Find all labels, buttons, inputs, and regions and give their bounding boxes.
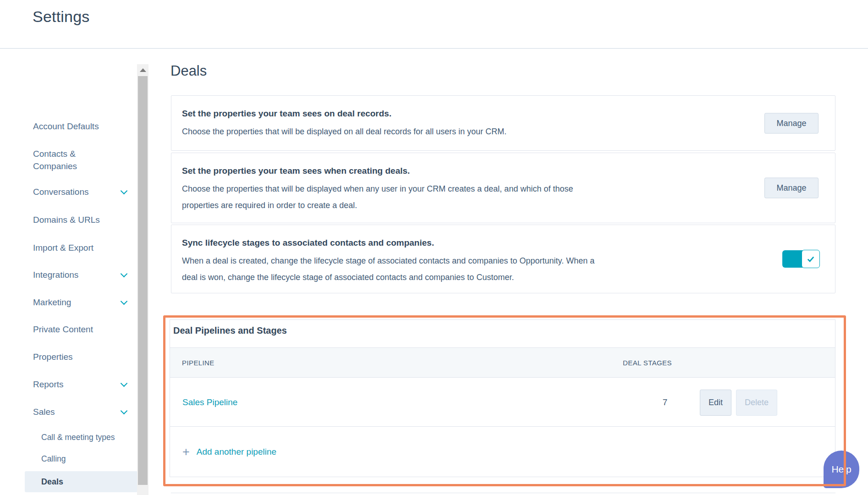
card-title: Set the properties your team sees on dea… bbox=[182, 108, 698, 119]
sidebar-item-calling[interactable]: Calling bbox=[0, 451, 137, 467]
toggle-knob bbox=[802, 250, 820, 268]
sidebar-item-label: Reports bbox=[33, 380, 64, 389]
sidebar-item-sales[interactable]: Sales bbox=[0, 403, 137, 421]
sidebar-item-integrations[interactable]: Integrations bbox=[0, 266, 137, 284]
sidebar-item-account-defaults[interactable]: Account Defaults bbox=[0, 117, 137, 136]
chevron-down-icon bbox=[121, 270, 128, 278]
sidebar-item-properties[interactable]: Properties bbox=[0, 348, 137, 366]
sidebar-item-private-content[interactable]: Private Content bbox=[0, 320, 137, 339]
sidebar-item-label: Integrations bbox=[33, 270, 78, 280]
deal-pipelines-card: Deal Pipelines and Stages PIPELINE DEAL … bbox=[170, 319, 835, 477]
card-description: Choose the properties that will be displ… bbox=[182, 123, 698, 140]
scrollbar-up-arrow-icon[interactable] bbox=[140, 68, 146, 72]
sidebar-item-contacts-companies[interactable]: Contacts & Companies bbox=[0, 148, 137, 172]
column-header-pipeline: PIPELINE bbox=[182, 348, 214, 378]
sidebar-item-import-export[interactable]: Import & Export bbox=[0, 239, 137, 257]
chevron-down-icon bbox=[121, 407, 128, 415]
chevron-down-icon bbox=[121, 187, 128, 195]
page-title: Settings bbox=[33, 8, 89, 26]
page-header: Settings bbox=[0, 0, 868, 49]
section-title-deals: Deals bbox=[170, 63, 207, 79]
sidebar-item-call-meeting-types[interactable]: Call & meeting types bbox=[0, 429, 137, 446]
add-another-pipeline-link[interactable]: + Add another pipeline bbox=[182, 427, 276, 477]
manage-deal-record-properties-button[interactable]: Manage bbox=[764, 113, 819, 133]
sidebar-item-deals[interactable]: Deals bbox=[25, 471, 137, 492]
add-link-label: Add another pipeline bbox=[197, 447, 276, 457]
sync-lifecycle-toggle[interactable] bbox=[782, 250, 819, 268]
deal-record-properties-card: Set the properties your team sees on dea… bbox=[171, 95, 835, 151]
card-title: Sync lifecycle stages to associated cont… bbox=[182, 237, 698, 248]
help-button-label: Help bbox=[831, 464, 851, 475]
deal-stages-count: 7 bbox=[656, 378, 674, 427]
pipelines-heading: Deal Pipelines and Stages bbox=[173, 325, 287, 336]
sidebar-item-marketing[interactable]: Marketing bbox=[0, 293, 137, 312]
pipeline-table-row: Sales Pipeline 7 Edit Delete bbox=[170, 378, 835, 427]
chevron-down-icon bbox=[121, 380, 128, 387]
scrollbar-thumb[interactable] bbox=[138, 76, 148, 485]
column-header-deal-stages: DEAL STAGES bbox=[623, 348, 672, 378]
sync-lifecycle-stages-card: Sync lifecycle stages to associated cont… bbox=[171, 225, 835, 293]
sidebar-item-label: Conversations bbox=[33, 187, 88, 197]
sidebar-item-reports[interactable]: Reports bbox=[0, 375, 137, 394]
settings-page: Settings Account Defaults Contacts & Com… bbox=[0, 0, 868, 495]
add-pipeline-row: + Add another pipeline bbox=[170, 427, 835, 477]
card-title: Set the properties your team sees when c… bbox=[182, 165, 698, 176]
sales-pipeline-link[interactable]: Sales Pipeline bbox=[182, 378, 237, 427]
edit-pipeline-button[interactable]: Edit bbox=[700, 390, 731, 416]
settings-sidebar: Account Defaults Contacts & Companies Co… bbox=[0, 49, 137, 495]
help-button[interactable]: Help bbox=[824, 451, 859, 488]
sidebar-item-domains-urls[interactable]: Domains & URLs bbox=[0, 211, 137, 229]
sidebar-scrollbar[interactable] bbox=[137, 64, 148, 495]
chevron-down-icon bbox=[121, 298, 128, 305]
delete-pipeline-button[interactable]: Delete bbox=[736, 390, 777, 416]
sidebar-item-label: Marketing bbox=[33, 297, 71, 307]
plus-icon: + bbox=[182, 446, 190, 458]
pipelines-table-header: PIPELINE DEAL STAGES bbox=[170, 347, 835, 378]
card-description: Choose the properties that will be displ… bbox=[182, 181, 698, 214]
check-icon bbox=[806, 254, 815, 264]
card-description: When a deal is created, change the lifec… bbox=[182, 253, 698, 286]
deal-creation-properties-card: Set the properties your team sees when c… bbox=[171, 153, 835, 223]
sidebar-item-label: Sales bbox=[33, 407, 55, 417]
next-section-divider bbox=[171, 493, 835, 493]
sidebar-item-conversations[interactable]: Conversations bbox=[0, 183, 137, 201]
manage-deal-creation-properties-button[interactable]: Manage bbox=[764, 178, 819, 198]
